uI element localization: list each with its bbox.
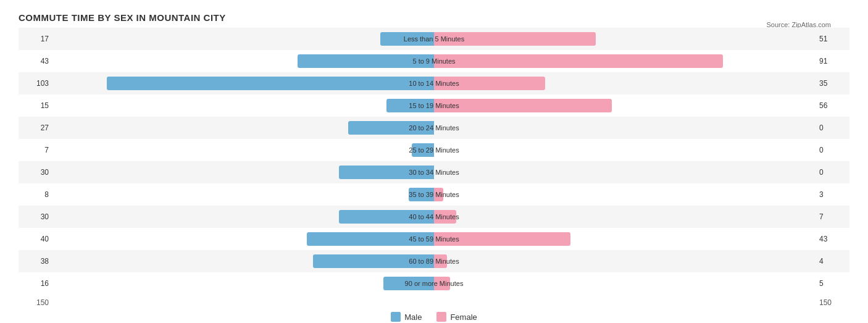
left-value: 40 bbox=[19, 235, 52, 243]
left-value: 30 bbox=[19, 212, 52, 221]
female-bar bbox=[434, 254, 447, 268]
male-bar bbox=[107, 77, 434, 90]
right-value: 3 bbox=[816, 190, 849, 199]
male-bar bbox=[386, 99, 434, 112]
right-value: 35 bbox=[816, 79, 849, 88]
female-bar bbox=[434, 99, 612, 112]
chart-row: 15 15 to 19 Minutes 56 bbox=[19, 94, 849, 117]
bars-container: 45 to 59 Minutes bbox=[52, 228, 816, 250]
left-value: 103 bbox=[19, 79, 52, 88]
male-bar bbox=[348, 121, 434, 135]
right-value: 91 bbox=[816, 57, 849, 65]
legend-male: Male bbox=[391, 312, 422, 322]
right-value: 7 bbox=[816, 212, 849, 221]
right-value: 0 bbox=[816, 124, 849, 132]
axis-right-label: 150 bbox=[816, 298, 849, 307]
chart-row: 16 90 or more Minutes 5 bbox=[19, 272, 849, 295]
left-value: 43 bbox=[19, 57, 52, 65]
bars-container: 60 to 89 Minutes bbox=[52, 250, 816, 272]
bars-container: 5 to 9 Minutes bbox=[52, 50, 816, 72]
male-bar bbox=[339, 210, 434, 224]
right-value: 5 bbox=[816, 279, 849, 288]
right-value: 51 bbox=[816, 35, 849, 43]
chart-row: 30 40 to 44 Minutes 7 bbox=[19, 206, 849, 228]
chart-row: 38 60 to 89 Minutes 4 bbox=[19, 250, 849, 272]
legend-female-label: Female bbox=[450, 313, 477, 322]
legend-female-box bbox=[436, 312, 446, 322]
female-bar bbox=[434, 54, 723, 68]
axis-row: 150 150 bbox=[19, 298, 849, 307]
male-bar bbox=[383, 277, 434, 290]
male-bar bbox=[313, 254, 434, 268]
bars-container: 90 or more Minutes bbox=[52, 272, 816, 295]
chart-row: 27 20 to 24 Minutes 0 bbox=[19, 117, 849, 139]
left-value: 15 bbox=[19, 101, 52, 110]
chart-area: 17 Less than 5 Minutes 51 43 5 to 9 Minu… bbox=[19, 28, 849, 295]
female-bar bbox=[434, 77, 545, 90]
legend-male-box bbox=[391, 312, 401, 322]
female-bar bbox=[434, 188, 443, 201]
right-value: 56 bbox=[816, 101, 849, 110]
chart-row: 30 30 to 34 Minutes 0 bbox=[19, 161, 849, 183]
chart-row: 43 5 to 9 Minutes 91 bbox=[19, 50, 849, 72]
chart-row: 103 10 to 14 Minutes 35 bbox=[19, 72, 849, 94]
left-value: 27 bbox=[19, 124, 52, 132]
right-value: 43 bbox=[816, 235, 849, 243]
left-value: 7 bbox=[19, 146, 52, 154]
bars-container: 30 to 34 Minutes bbox=[52, 161, 816, 183]
bars-container: 15 to 19 Minutes bbox=[52, 94, 816, 117]
left-value: 8 bbox=[19, 190, 52, 199]
male-bar bbox=[409, 188, 434, 201]
bars-container: 25 to 29 Minutes bbox=[52, 139, 816, 161]
female-bar bbox=[434, 277, 450, 290]
legend-female: Female bbox=[436, 312, 477, 322]
left-value: 16 bbox=[19, 279, 52, 288]
right-value: 0 bbox=[816, 146, 849, 154]
bars-container: 20 to 24 Minutes bbox=[52, 117, 816, 139]
chart-row: 17 Less than 5 Minutes 51 bbox=[19, 28, 849, 50]
chart-row: 7 25 to 29 Minutes 0 bbox=[19, 139, 849, 161]
bars-container: 40 to 44 Minutes bbox=[52, 206, 816, 228]
chart-title: COMMUTE TIME BY SEX IN MOUNTAIN CITY bbox=[19, 12, 849, 23]
male-bar bbox=[380, 32, 434, 46]
axis-left-label: 150 bbox=[19, 298, 52, 307]
female-bar bbox=[434, 210, 456, 224]
bars-container: Less than 5 Minutes bbox=[52, 28, 816, 50]
right-value: 4 bbox=[816, 257, 849, 266]
legend-male-label: Male bbox=[404, 313, 422, 322]
male-bar bbox=[307, 232, 434, 246]
right-value: 0 bbox=[816, 168, 849, 177]
left-value: 17 bbox=[19, 35, 52, 43]
left-value: 30 bbox=[19, 168, 52, 177]
legend: Male Female bbox=[19, 312, 849, 322]
female-bar bbox=[434, 232, 570, 246]
chart-row: 8 35 to 39 Minutes 3 bbox=[19, 183, 849, 206]
chart-row: 40 45 to 59 Minutes 43 bbox=[19, 228, 849, 250]
bars-container: 35 to 39 Minutes bbox=[52, 183, 816, 206]
male-bar bbox=[412, 143, 434, 157]
left-value: 38 bbox=[19, 257, 52, 266]
male-bar bbox=[339, 166, 434, 179]
bars-container: 10 to 14 Minutes bbox=[52, 72, 816, 94]
male-bar bbox=[298, 54, 434, 68]
female-bar bbox=[434, 32, 596, 46]
